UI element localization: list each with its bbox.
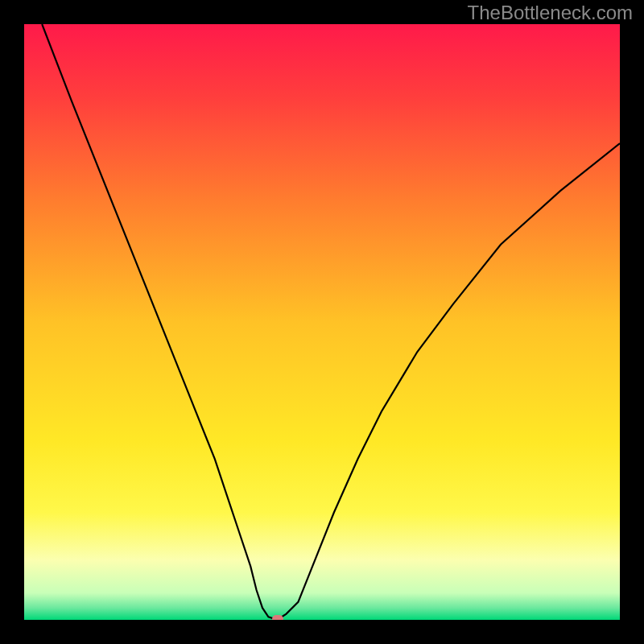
watermark-text: TheBottleneck.com [468,2,633,24]
bottleneck-curve [24,24,620,620]
chart-container: TheBottleneck.com [0,0,644,644]
optimal-point-marker [272,615,283,620]
plot-area [24,24,620,620]
